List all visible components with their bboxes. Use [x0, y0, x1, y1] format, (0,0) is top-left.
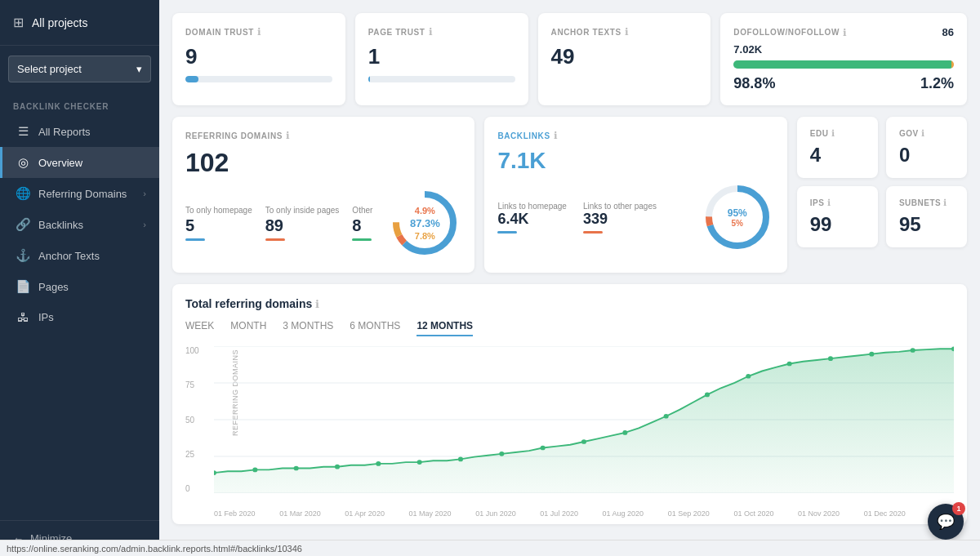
ips-label: IPS ℹ — [810, 198, 865, 208]
status-bar: https://online.seranking.com/admin.backl… — [0, 540, 980, 556]
sidebar-header[interactable]: ⊞ All projects — [0, 0, 159, 46]
info-icon: ℹ — [429, 26, 434, 38]
sidebar-item-all-reports[interactable]: ☰ All Reports — [0, 116, 159, 147]
anchor-texts-label: ANCHOR TEXTS ℹ — [551, 26, 698, 38]
sidebar-item-label: All Reports — [38, 126, 91, 138]
sidebar-item-label: Anchor Texts — [38, 250, 100, 262]
dofollow-count: 7.02K — [733, 43, 762, 56]
to-homepage-stat: To only homepage 5 — [185, 205, 252, 241]
donut-labels: 4.9% 87.3% 7.8% — [410, 206, 440, 241]
chat-icon: 💬 — [937, 513, 955, 531]
chart-tabs: WEEK MONTH 3 MONTHS 6 MONTHS 12 MONTHS — [185, 320, 954, 336]
svg-point-16 — [417, 460, 422, 465]
chart-card: Total referring domains ℹ WEEK MONTH 3 M… — [172, 284, 967, 524]
domain-trust-value: 9 — [185, 44, 332, 69]
inside-indicator — [265, 238, 285, 241]
other-indicator — [352, 238, 372, 241]
domain-trust-label: DOMAIN TRUST ℹ — [185, 26, 332, 38]
svg-point-12 — [252, 468, 257, 473]
backlinks-value: 7.1K — [497, 148, 773, 174]
referring-domains-label: REFERRING DOMAINS ℹ — [185, 130, 461, 141]
chart-title: Total referring domains ℹ — [185, 297, 954, 310]
area-fill — [214, 349, 954, 493]
y-axis-labels: 100 75 50 25 0 — [185, 346, 210, 493]
tab-month[interactable]: MONTH — [230, 320, 266, 336]
bl-other-stat: Links to other pages 339 — [583, 201, 657, 234]
backlinks-sub-stats: Links to homepage 6.4K Links to other pa… — [497, 201, 687, 234]
list-icon: ☰ — [16, 124, 30, 139]
nofollow-fill — [951, 60, 954, 69]
chart-area: 100 75 50 25 0 REFERRING DOMAINS — [185, 346, 954, 518]
link-icon: 🔗 — [16, 217, 30, 232]
bl-homepage-stat: Links to homepage 6.4K — [497, 201, 567, 234]
dofollow-label: DOFOLLOW/NOFOLLOW ℹ — [733, 27, 847, 38]
svg-point-13 — [294, 466, 299, 471]
sidebar-item-label: Backlinks — [38, 219, 83, 231]
sidebar-item-referring-domains[interactable]: 🌐 Referring Domains › — [0, 178, 159, 209]
backlinks-card: BACKLINKS ℹ 7.1K Links to homepage 6.4K … — [484, 117, 786, 273]
project-select[interactable]: Select project ▾ — [8, 56, 151, 82]
blue-pct: 87.3% — [410, 217, 440, 229]
tab-week[interactable]: WEEK — [185, 320, 214, 336]
gov-value: 0 — [899, 144, 954, 167]
info-icon: ℹ — [257, 26, 262, 38]
chat-button[interactable]: 💬 1 — [928, 504, 964, 540]
gov-card: GOV ℹ 0 — [886, 117, 967, 178]
sidebar-item-backlinks[interactable]: 🔗 Backlinks › — [0, 209, 159, 240]
sidebar: ⊞ All projects Select project ▾ BACKLINK… — [0, 0, 159, 556]
svg-point-22 — [664, 414, 669, 419]
sidebar-item-pages[interactable]: 📄 Pages — [0, 271, 159, 302]
globe-icon: 🌐 — [16, 186, 30, 201]
ip-icon: 🖧 — [16, 310, 30, 324]
gov-label: GOV ℹ — [899, 128, 954, 139]
top-metrics-row: DOMAIN TRUST ℹ 9 PAGE TRUST ℹ 1 ANCHOR T… — [172, 13, 967, 105]
svg-point-24 — [746, 374, 751, 379]
tab-3months[interactable]: 3 MONTHS — [283, 320, 333, 336]
all-projects-label: All projects — [32, 16, 87, 29]
svg-point-25 — [787, 362, 792, 367]
info-icon: ℹ — [554, 130, 559, 141]
dofollow-header: DOFOLLOW/NOFOLLOW ℹ 86 — [733, 26, 954, 38]
info-icon: ℹ — [286, 130, 291, 141]
sidebar-item-label: Referring Domains — [38, 188, 127, 200]
anchor-texts-card: ANCHOR TEXTS ℹ 49 — [538, 13, 711, 105]
info-icon: ℹ — [625, 26, 630, 38]
backlinks-donut-labels: 95% 5% — [728, 207, 747, 228]
svg-point-14 — [335, 465, 340, 469]
subnets-card: SUBNETS ℹ 95 — [886, 186, 967, 247]
other-indicator — [583, 231, 603, 234]
svg-point-26 — [828, 356, 833, 361]
svg-point-23 — [705, 393, 710, 398]
page-trust-card: PAGE TRUST ℹ 1 — [355, 13, 528, 105]
section-label: BACKLINK CHECKER — [0, 92, 159, 116]
backlinks-donut-chart: 95% 5% — [701, 180, 774, 254]
referring-domains-value: 102 — [185, 148, 461, 178]
second-metrics-row: REFERRING DOMAINS ℹ 102 To only homepage… — [172, 117, 967, 273]
subnets-label: SUBNETS ℹ — [899, 198, 954, 208]
backlinks-donut-wrap: Links to homepage 6.4K Links to other pa… — [497, 180, 773, 254]
chat-badge: 1 — [952, 502, 965, 515]
svg-point-27 — [869, 352, 874, 357]
tab-6months[interactable]: 6 MONTHS — [350, 320, 400, 336]
svg-point-17 — [458, 457, 463, 462]
homepage-indicator — [497, 231, 517, 234]
nofollow-pct: 1.2% — [920, 75, 954, 92]
sidebar-item-ips[interactable]: 🖧 IPs — [0, 302, 159, 332]
domain-trust-progress — [185, 76, 332, 82]
sidebar-item-anchor-texts[interactable]: ⚓ Anchor Texts — [0, 240, 159, 271]
referring-sub-stats: To only homepage 5 To only inside pages … — [185, 205, 375, 241]
ips-value: 99 — [810, 213, 865, 236]
chevron-right-icon: › — [143, 220, 146, 229]
referring-donut-wrap: To only homepage 5 To only inside pages … — [185, 186, 461, 260]
edu-gov-row: EDU ℹ 4 GOV ℹ 0 — [797, 117, 967, 178]
small-cards-column: EDU ℹ 4 GOV ℹ 0 IPS ℹ — [797, 117, 967, 273]
sidebar-item-overview[interactable]: ◎ Overview — [0, 147, 159, 178]
dofollow-pct: 98.8% — [733, 75, 775, 92]
domain-trust-fill — [185, 76, 198, 82]
tab-12months[interactable]: 12 MONTHS — [416, 320, 473, 336]
svg-point-19 — [541, 446, 546, 451]
chevron-down-icon: ▾ — [136, 63, 142, 75]
overview-icon: ◎ — [16, 155, 30, 170]
main-content: DOMAIN TRUST ℹ 9 PAGE TRUST ℹ 1 ANCHOR T… — [159, 0, 980, 556]
svg-point-28 — [911, 348, 915, 353]
